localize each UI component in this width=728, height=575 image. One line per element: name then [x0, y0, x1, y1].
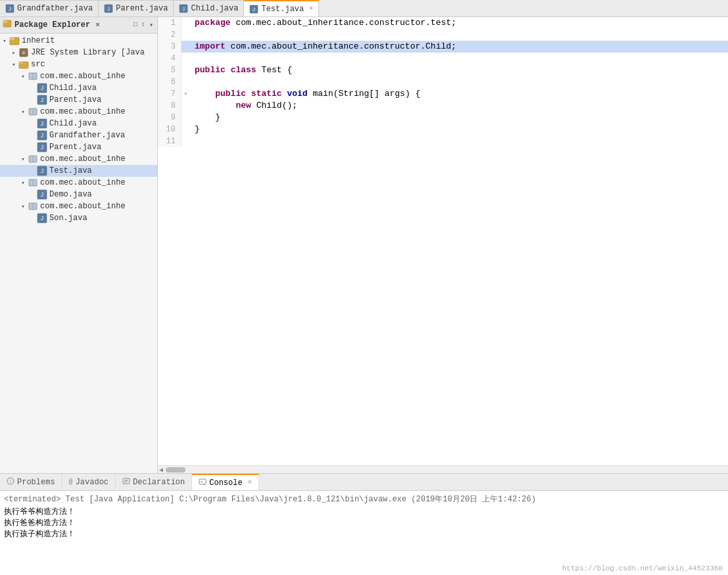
line-code-9[interactable]: } — [191, 112, 220, 124]
line-code-6[interactable] — [191, 76, 195, 88]
line-arrow-4 — [182, 53, 191, 64]
svg-text:J: J — [107, 6, 110, 12]
line-number-6: 6 — [158, 76, 182, 88]
sidebar: Package Explorer × □ ↕ ▾ ▾inherit▸≡JRE S… — [0, 17, 158, 473]
java-icon: J — [37, 189, 47, 200]
line-code-7[interactable]: public static void main(String[] args) { — [191, 88, 420, 100]
tree-arrow-pkg4[interactable]: ▾ — [18, 179, 28, 187]
console-output-line-1: 执行爷爷构造方法！ — [4, 506, 724, 517]
line-number-1: 1 — [158, 17, 182, 29]
main-area: Package Explorer × □ ↕ ▾ ▾inherit▸≡JRE S… — [0, 17, 728, 473]
tree-item-son[interactable]: JSon.java — [0, 212, 157, 224]
java-icon: J — [37, 166, 47, 176]
svg-rect-9 — [3, 20, 7, 23]
tab-javadoc[interactable]: @ Javadoc — [62, 474, 116, 490]
line-number-10: 10 — [158, 124, 182, 135]
package-icon — [28, 71, 38, 81]
tree-item-parent2[interactable]: JParent.java — [0, 141, 157, 153]
code-line-1: 1package com.mec.about_inheritance.const… — [158, 17, 728, 29]
tree-item-jre[interactable]: ▸≡JRE System Library [Java — [0, 47, 157, 58]
tree-arrow-pkg2[interactable]: ▾ — [18, 108, 28, 116]
tree-item-child2[interactable]: JChild.java — [0, 118, 157, 129]
console-output-line-3: 执行孩子构造方法！ — [4, 528, 724, 540]
tree-label-inherit: inherit — [22, 36, 55, 45]
tree-item-pkg5[interactable]: ▾com.mec.about_inhe — [0, 200, 157, 212]
line-code-5[interactable]: public class Test { — [191, 64, 292, 76]
tree-arrow-pkg1[interactable]: ▾ — [18, 73, 28, 80]
tab-problems[interactable]: ! Problems — [0, 474, 62, 490]
svg-rect-44 — [123, 478, 130, 484]
scroll-left-icon[interactable]: ◀ — [159, 466, 163, 474]
tree-item-pkg1[interactable]: ▾com.mec.about_inhe — [0, 70, 157, 82]
package-icon — [28, 106, 38, 117]
code-line-6: 6 — [158, 76, 728, 88]
tree-item-pkg2[interactable]: ▾com.mec.about_inhe — [0, 106, 157, 118]
tree-item-testjava[interactable]: JTest.java — [0, 165, 157, 177]
svg-text:J: J — [9, 6, 11, 12]
line-code-10[interactable]: } — [191, 124, 200, 135]
line-code-1[interactable]: package com.mec.about_inheritance.constr… — [191, 17, 456, 29]
tab-console[interactable]: >_ Console × — [192, 474, 258, 490]
tab-child-label: Child.java — [191, 4, 238, 13]
java-icon: J — [37, 83, 47, 93]
sidebar-header: Package Explorer × □ ↕ ▾ — [0, 17, 157, 34]
tree-item-demo[interactable]: JDemo.java — [0, 189, 157, 200]
sidebar-title: Package Explorer × — [3, 19, 100, 31]
package-explorer-title: Package Explorer — [14, 20, 90, 30]
svg-text:J: J — [41, 168, 44, 174]
tree-item-pkg3[interactable]: ▾com.mec.about_inhe — [0, 153, 157, 165]
tab-declaration[interactable]: Declaration — [116, 474, 192, 490]
tree-item-src[interactable]: ▾src — [0, 58, 157, 70]
tree-arrow-pkg5[interactable]: ▾ — [18, 203, 28, 210]
bottom-panel: ! Problems @ Javadoc Declaration >_ Cons… — [0, 473, 728, 575]
sidebar-link-editor-btn[interactable]: ↕ — [140, 20, 147, 30]
java-icon: J — [37, 213, 47, 223]
svg-text:!: ! — [9, 479, 12, 484]
tree-arrow-pkg3[interactable]: ▾ — [18, 156, 28, 163]
library-icon: ≡ — [18, 47, 29, 58]
line-code-11[interactable] — [191, 135, 195, 147]
editor-hscroll[interactable]: ◀ — [158, 465, 728, 473]
tree-arrow-jre[interactable]: ▸ — [9, 49, 18, 57]
hscroll-thumb[interactable] — [166, 467, 185, 472]
tab-test-close-icon[interactable]: × — [309, 5, 313, 12]
editor-tab-bar: J Grandfather.java J Parent.java J Child… — [0, 0, 728, 17]
editor-area: 1package com.mec.about_inheritance.const… — [158, 17, 728, 473]
tab-javadoc-label: Javadoc — [76, 478, 109, 487]
tree-item-grandfather[interactable]: JGrandfather.java — [0, 129, 157, 141]
tree-arrow-inherit[interactable]: ▾ — [0, 37, 9, 45]
tree-label-child1: Child.java — [49, 83, 97, 93]
sidebar-close-icon[interactable]: × — [95, 21, 100, 29]
line-code-3[interactable]: import com.mec.about_inheritance.constru… — [191, 41, 456, 53]
console-output-area: <terminated> Test [Java Application] C:\… — [0, 491, 728, 575]
svg-text:J: J — [41, 215, 44, 221]
tree-item-inherit[interactable]: ▾inherit — [0, 35, 157, 47]
sidebar-menu-btn[interactable]: ▾ — [148, 20, 155, 30]
line-arrow-5 — [182, 64, 191, 76]
tree-item-child1[interactable]: JChild.java — [0, 82, 157, 94]
tab-grandfather-label: Grandfather.java — [17, 4, 93, 13]
line-code-4[interactable] — [191, 53, 195, 64]
tab-parent[interactable]: J Parent.java — [99, 0, 174, 16]
tree-item-pkg4[interactable]: ▾com.mec.about_inhe — [0, 177, 157, 189]
tab-test[interactable]: J Test.java × — [244, 0, 319, 16]
editor-content[interactable]: 1package com.mec.about_inheritance.const… — [158, 17, 728, 465]
java-file-icon: J — [249, 5, 258, 14]
tree-label-son: Son.java — [49, 214, 87, 223]
tab-declaration-label: Declaration — [133, 478, 185, 487]
tree-arrow-src[interactable]: ▾ — [9, 61, 18, 68]
javadoc-icon: @ — [69, 478, 73, 486]
line-code-2[interactable] — [191, 29, 195, 41]
tree-label-pkg3: com.mec.about_inhe — [40, 154, 126, 164]
tab-test-label: Test.java — [261, 5, 304, 14]
console-tab-close-icon[interactable]: × — [248, 479, 252, 486]
java-file-icon: J — [179, 4, 188, 13]
tree-item-parent1[interactable]: JParent.java — [0, 94, 157, 106]
tab-grandfather[interactable]: J Grandfather.java — [0, 0, 99, 16]
code-line-5: 5public class Test { — [158, 64, 728, 76]
line-number-3: 3 — [158, 41, 182, 53]
tree-label-jre: JRE System Library [Java — [31, 48, 145, 57]
tab-child[interactable]: J Child.java — [174, 0, 244, 16]
line-code-8[interactable]: new Child(); — [191, 100, 297, 112]
sidebar-collapse-all-btn[interactable]: □ — [132, 20, 139, 30]
